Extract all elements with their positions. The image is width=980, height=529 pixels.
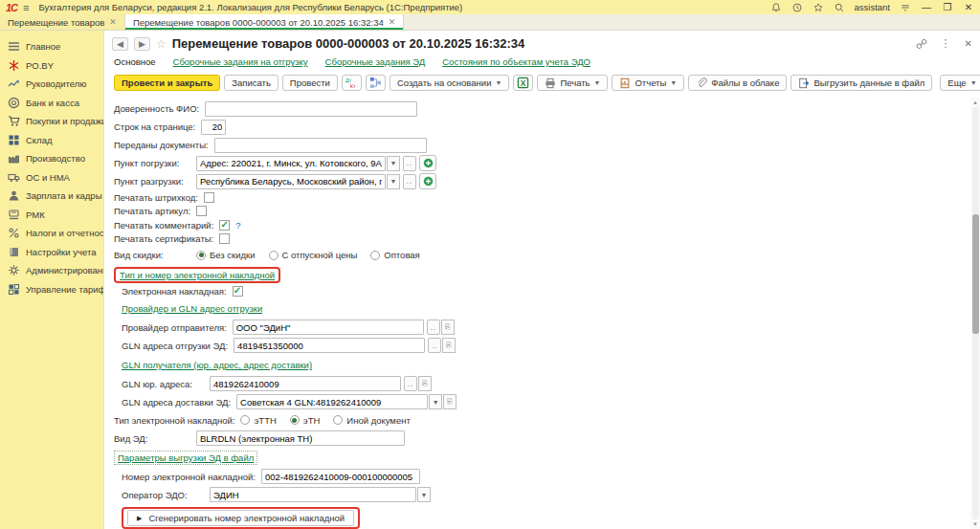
sidebar-item-accounting-settings[interactable]: Настройки учета (0, 243, 103, 262)
gln-delivery-input[interactable] (236, 394, 428, 409)
radio-ettn[interactable]: эТТН (240, 415, 276, 426)
add-button[interactable] (419, 173, 436, 189)
document-structure-icon[interactable] (366, 75, 386, 91)
hint-question-link[interactable]: ? (235, 220, 240, 231)
sidebar-item-taxes-reports[interactable]: Налоги и отчетность (0, 224, 103, 243)
excel-export-icon[interactable]: X (513, 75, 533, 91)
radio-etn[interactable]: эТН (290, 415, 321, 426)
close-form-icon[interactable]: ✕ (965, 38, 972, 49)
section-link-waybill-type-number[interactable]: Тип и номер электронной накладной (120, 270, 275, 280)
service-menu-icon[interactable] (900, 2, 911, 13)
dropdown-arrow-button[interactable]: ▼ (387, 156, 400, 171)
open-link-button[interactable]: ⎘ (443, 394, 457, 409)
nav-link-assembly-shipment[interactable]: Сборочные задания на отгрузку (173, 56, 308, 67)
choose-button[interactable]: .. (427, 320, 440, 335)
favorites-star-icon[interactable] (813, 2, 824, 13)
dropdown-arrow-button[interactable]: ▼ (387, 174, 400, 189)
print-button[interactable]: Печать▼ (537, 75, 608, 91)
open-link-button[interactable]: ⎘ (418, 376, 432, 391)
open-link-button[interactable]: ⎘ (441, 320, 455, 335)
sidebar-item-rmk[interactable]: РМК (0, 206, 103, 225)
rows-per-page-input[interactable] (201, 120, 226, 135)
choose-button[interactable]: .. (404, 376, 417, 391)
restore-button[interactable]: ❐ (942, 2, 953, 12)
sender-provider-input[interactable] (233, 320, 424, 335)
history-clock-icon[interactable] (791, 2, 803, 13)
radio-wholesale[interactable]: Оптовая (370, 250, 419, 260)
print-sku-checkbox[interactable] (196, 206, 207, 216)
sidebar-item-purchases-sales[interactable]: Покупки и продажи (0, 112, 103, 131)
electronic-waybill-checkbox[interactable] (233, 286, 243, 297)
forward-arrow-button[interactable]: ▶ (134, 37, 150, 51)
back-arrow-button[interactable]: ◀ (112, 37, 128, 51)
close-window-button[interactable]: ✕ (963, 2, 974, 12)
sidebar-item-tariff-management[interactable]: Управление тарифом (0, 280, 103, 299)
main-menu-icon[interactable]: ≡ (23, 2, 29, 13)
sidebar-item-manager[interactable]: Руководителю (0, 75, 103, 94)
tab-movement-document[interactable]: Перемещение товаров 0000-000003 от 20.10… (125, 14, 404, 30)
sidebar-item-fixed-assets[interactable]: ОС и НМА (0, 168, 103, 187)
dropdown-arrow-button[interactable]: ▼ (429, 394, 442, 409)
print-comment-checkbox[interactable] (219, 220, 230, 231)
radio-from-sale-price[interactable]: С отпускной цены (269, 250, 358, 260)
create-on-base-button[interactable]: Создать на основании▼ (390, 75, 510, 91)
radio-other-document[interactable]: Иной документ (333, 415, 410, 426)
current-user[interactable]: assistant (855, 2, 891, 12)
favorite-star-icon[interactable]: ☆ (156, 37, 167, 51)
scroll-down-arrow[interactable]: ▼ (972, 519, 978, 529)
cloud-files-button[interactable]: Файлы в облаке (688, 75, 787, 91)
gln-shipping-input[interactable] (234, 338, 425, 353)
close-tab-icon[interactable]: ✕ (109, 17, 117, 27)
print-certificates-checkbox[interactable] (219, 233, 230, 244)
show-postings-dtkt-icon[interactable]: ДтКт (342, 75, 362, 91)
dropdown-arrow-button[interactable]: ▼ (417, 487, 431, 502)
notifications-bell-icon[interactable] (770, 2, 782, 13)
minimize-button[interactable]: — (921, 2, 932, 12)
choose-button[interactable]: .. (403, 156, 416, 171)
more-button[interactable]: Еще▼ (940, 75, 980, 91)
transferred-docs-input[interactable] (214, 138, 427, 153)
get-link-icon[interactable] (916, 38, 927, 50)
sidebar-item-bank-cash[interactable]: Банк и касса (0, 94, 103, 113)
kebab-menu-icon[interactable]: ⋮ (941, 37, 951, 50)
waybill-number-input[interactable] (261, 469, 420, 484)
export-data-button[interactable]: Выгрузить данные в файл (791, 75, 932, 91)
print-barcode-checkbox[interactable] (204, 192, 214, 203)
generate-waybill-number-button[interactable]: ▶Сгенерировать номер электронной накладн… (127, 510, 354, 526)
attorney-name-input[interactable] (205, 101, 417, 117)
choose-button[interactable]: .. (428, 338, 441, 353)
section-link-receiver-gln[interactable]: GLN получателя (юр. адрес, адрес доставк… (122, 360, 312, 370)
reports-button[interactable]: Отчеты▼ (612, 75, 684, 91)
section-link-provider-gln[interactable]: Провайдер и GLN адрес отгрузки (122, 303, 262, 314)
add-button[interactable] (419, 155, 436, 171)
asterisk-icon (8, 59, 20, 72)
sidebar-item-salary-hr[interactable]: Зарплата и кадры (0, 187, 103, 206)
scrollbar-thumb[interactable] (972, 214, 979, 334)
choose-button[interactable]: .. (403, 174, 416, 189)
nav-link-edo-states[interactable]: Состояния по объектам учета ЭДО (442, 56, 590, 67)
write-button[interactable]: Записать (224, 75, 278, 91)
ed-kind-input[interactable] (196, 430, 405, 446)
close-tab-icon[interactable]: ✕ (389, 17, 396, 27)
section-link-export-params[interactable]: Параметры выгрузки ЭД в файл (118, 452, 254, 463)
sidebar-item-administration[interactable]: Администрирование (0, 261, 103, 280)
vertical-scrollbar[interactable]: ▲ ▼ (970, 98, 980, 529)
scroll-up-arrow[interactable]: ▲ (972, 98, 978, 107)
sidebar-item-poby[interactable]: PO.BY (0, 56, 103, 76)
nav-link-assembly-ed[interactable]: Сборочные задания ЭД (325, 56, 426, 67)
tab-movement-list[interactable]: Перемещение товаров ✕ (0, 14, 125, 30)
search-icon[interactable] (834, 2, 845, 13)
post-and-close-button[interactable]: Провести и закрыть (114, 75, 220, 91)
radio-no-discount[interactable]: Без скидки (196, 250, 256, 260)
gln-legal-input[interactable] (210, 376, 401, 391)
scrollbar-track[interactable] (972, 107, 979, 519)
loading-point-input[interactable] (196, 156, 386, 171)
sidebar-item-production[interactable]: Производство (0, 149, 103, 168)
sidebar-item-warehouse[interactable]: Склад (0, 131, 103, 150)
open-link-button[interactable]: ⎘ (442, 338, 456, 353)
sidebar-item-main[interactable]: Главное (0, 37, 103, 56)
post-button[interactable]: Провести (282, 75, 338, 91)
edo-operator-input[interactable] (210, 487, 416, 502)
nav-tab-main[interactable]: Основное (114, 56, 156, 67)
unloading-point-input[interactable] (196, 174, 386, 189)
